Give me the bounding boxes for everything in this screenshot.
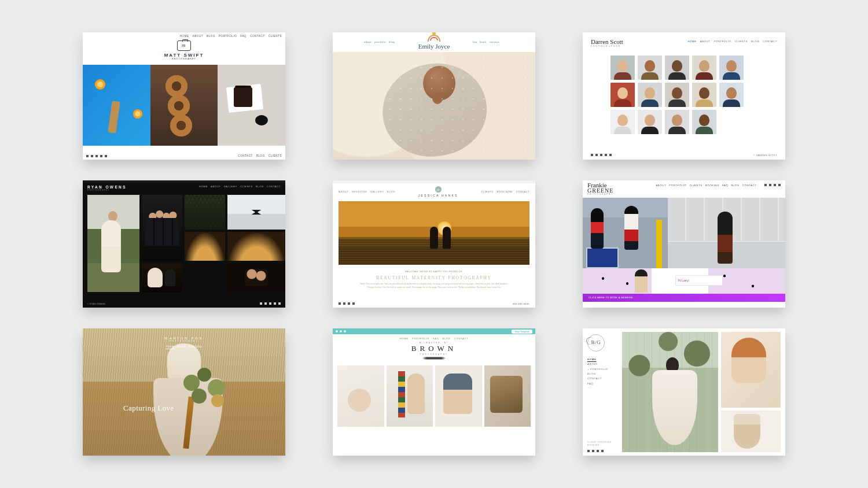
gallery-photo-reception-2 <box>227 232 285 261</box>
top-nav[interactable]: ABOUTPORTFOLIOCLIENTSBOOKINGFAQBLOGCONTA… <box>656 184 781 195</box>
gallery-photo-bride <box>87 195 139 292</box>
nav-left[interactable]: ABOUTSESSIONSGALLERYBLOG <box>339 190 395 193</box>
cta-bar[interactable]: CLICK HERE TO BOOK A SESSION <box>583 294 785 302</box>
bouquet <box>178 363 247 432</box>
logo-title: Emily Joyce <box>418 43 450 50</box>
gallery-photo-groomsmen <box>142 195 182 261</box>
social-icons[interactable] <box>260 302 281 305</box>
top-nav[interactable]: HOMEABOUTPORTFOLIOCLIENTSBLOGCONTACT <box>687 40 777 43</box>
logo: Frankie GREENE PHOTOGRAPHY <box>587 183 613 195</box>
template-card-darren-scott[interactable]: Darren Scott PHOTOGRAPHER HOMEABOUTPORTF… <box>583 32 785 160</box>
logo-title: MATT SWIFT <box>83 53 285 58</box>
logo-line2: GREENE <box>587 188 613 193</box>
social-icons[interactable] <box>587 450 612 452</box>
traffic-lights-icon <box>336 330 346 332</box>
logo-subtitle: PHOTOGRAPHY <box>83 58 285 60</box>
camera-icon <box>177 40 191 51</box>
sidebar: b/g HOME ABOUT + PORTFOLIO BLOG CONTACT … <box>583 328 622 456</box>
social-icons[interactable] <box>764 184 781 186</box>
footer: CONTACTBLOGCLIENTS <box>86 154 282 157</box>
logo-subtitle: PHOTOGRAPHY <box>587 193 613 195</box>
logo: RYAN OWENS PHOTOGRAPHY <box>87 185 127 191</box>
headshot <box>665 110 689 134</box>
headshot-grid <box>610 56 777 134</box>
logo-subtitle: PHOTOGRAPHY <box>87 189 127 191</box>
headshot <box>692 56 716 80</box>
template-grid: HOMEABOUTBLOGPORTFOLIOFAQCONTACTCLIENTS … <box>83 32 785 456</box>
logo: Darren Scott PHOTOGRAPHER <box>591 38 623 47</box>
gallery-photo-shoes <box>721 411 781 452</box>
nav-right[interactable]: faqbookcontact <box>473 40 499 43</box>
wedding-gallery <box>83 193 285 294</box>
template-card-bg[interactable]: b/g HOME ABOUT + PORTFOLIO BLOG CONTACT … <box>583 328 785 456</box>
rainbow-icon <box>428 35 440 42</box>
headshot <box>610 83 635 107</box>
template-card-matt-swift[interactable]: HOMEABOUTBLOGPORTFOLIOFAQCONTACTCLIENTS … <box>83 32 285 160</box>
product-photo-donuts <box>150 65 218 146</box>
headshot <box>665 83 689 107</box>
footer: 000 000 0000 <box>339 302 529 305</box>
hero-newborn-photo <box>333 52 535 160</box>
hero-triptych <box>83 65 285 146</box>
copyright: © RYAN OWENS <box>87 302 105 305</box>
headshot <box>638 83 662 107</box>
headshot <box>610 56 635 80</box>
template-card-ryan-owens[interactable]: RYAN OWENS PHOTOGRAPHY HOMEABOUTGALLERYC… <box>83 180 285 308</box>
welcome-text: WELCOME! WE'RE SO HAPPY YOU FOUND US. <box>333 271 535 273</box>
nav-left[interactable]: aboutportfolioblog <box>364 40 395 43</box>
logo-subtitle: PHOTOGRAPHY <box>83 340 285 342</box>
footer-links[interactable]: CONTACTBLOGCLIENTS <box>238 154 282 157</box>
gallery-photo <box>387 365 433 427</box>
sidebar-footer[interactable]: CLIENT PROOFINGBOOKING <box>587 441 612 453</box>
headshot <box>638 56 662 80</box>
logo-title: BROWN <box>333 344 535 353</box>
top-nav[interactable]: HOMEABOUTBLOGPORTFOLIOFAQCONTACTCLIENTS <box>180 35 282 38</box>
top-nav[interactable]: Home About Portfolio <box>83 345 285 348</box>
header: Frankie GREENE PHOTOGRAPHY ABOUTPORTFOLI… <box>583 180 785 198</box>
headshot <box>638 110 662 134</box>
gallery-photo-reception <box>185 232 225 261</box>
logo-title: JESSICA HANKS <box>418 194 458 197</box>
footer: © DARREN SCOTT <box>591 154 777 157</box>
headshot <box>719 56 744 80</box>
logo-title: Darren Scott <box>591 38 623 45</box>
top-nav[interactable]: HOMEPORTFOLIOFAQBLOGCONTACT <box>333 334 535 342</box>
pattern-strip: Hi Larry! <box>583 268 785 294</box>
body-text: Hello! This is sample text. You can put … <box>333 280 535 292</box>
logo-title: RYAN OWENS <box>87 185 127 189</box>
product-photo-candle <box>218 65 285 146</box>
headshot <box>692 83 716 107</box>
logo: MILWAUKEE, WI BROWN PHOTOGRAPHY <box>333 342 535 363</box>
gallery-photo-bride-garden <box>622 332 718 452</box>
hero-tagline: Capturing Love <box>123 404 174 413</box>
template-card-marion-fox[interactable]: MARION FOX PHOTOGRAPHY Home About Portfo… <box>83 328 285 456</box>
social-icons[interactable] <box>339 302 355 305</box>
nav-right[interactable]: CLIENTSBOOK NOWCONTACT <box>481 190 529 193</box>
hero-left-photo <box>583 198 668 268</box>
browser-chrome: View Template <box>333 328 535 334</box>
phone: 000 000 0000 <box>513 302 529 305</box>
gallery-photo-couple <box>142 263 182 292</box>
feather-icon <box>422 357 446 360</box>
header: aboutportfolioblog Emily Joyce faqbookco… <box>333 32 535 52</box>
top-nav[interactable]: HOMEABOUTGALLERYCLIENTSBLOGCONTACT <box>199 185 281 191</box>
template-card-brown[interactable]: View Template HOMEPORTFOLIOFAQBLOGCONTAC… <box>333 328 535 456</box>
logo-subtitle: PHOTOGRAPHER <box>591 45 623 47</box>
template-card-emily-joyce[interactable]: aboutportfolioblog Emily Joyce faqbookco… <box>333 32 535 160</box>
hero-split <box>583 198 785 268</box>
view-template-button[interactable]: View Template <box>512 330 532 334</box>
template-card-frankie-greene[interactable]: Frankie GREENE PHOTOGRAPHY ABOUTPORTFOLI… <box>583 180 785 308</box>
hero-sunset-photo <box>339 201 529 265</box>
header: Darren Scott PHOTOGRAPHER HOMEABOUTPORTF… <box>591 38 777 47</box>
monogram-icon: jh <box>435 186 442 193</box>
gallery-photo-palm <box>185 195 225 230</box>
template-card-jessica-hanks[interactable]: ABOUTSESSIONSGALLERYBLOG jh JESSICA HANK… <box>333 180 535 308</box>
greeting-chip[interactable]: Hi Larry! <box>675 275 723 286</box>
social-icons[interactable] <box>591 154 612 157</box>
social-icons[interactable] <box>86 155 107 157</box>
family-gallery <box>333 363 535 432</box>
logo: Emily Joyce <box>418 35 450 50</box>
side-nav[interactable]: HOME ABOUT + PORTFOLIO BLOG CONTACT FAQ <box>587 357 617 386</box>
logo-subtitle: PHOTOGRAPHY <box>333 353 535 356</box>
headline: BEAUTIFUL MATERNITY PHOTOGRAPHY <box>333 275 535 280</box>
